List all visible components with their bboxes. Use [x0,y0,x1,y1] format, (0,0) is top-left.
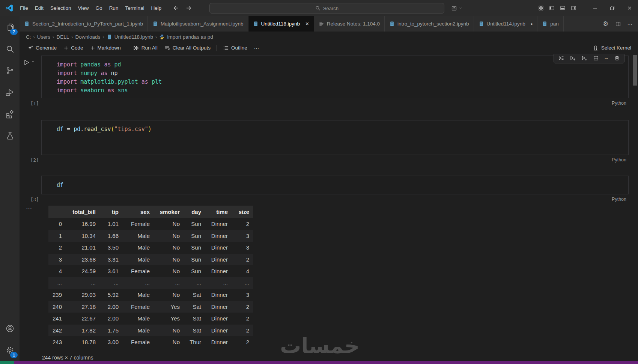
toolbar-code-button[interactable]: Code [60,45,86,51]
testing-activity-icon[interactable] [0,125,20,147]
minimize-button[interactable] [586,0,603,16]
cell-editor[interactable]: df = pd.read_csv("tips.csv") [41,120,629,155]
code-line: import numpy as np [57,69,628,78]
notebook-toolbar: GenerateCodeMarkdownRun AllClear All Out… [20,42,638,54]
breadcrumb-item-untitled118-ipynb[interactable]: Untitled118.ipynb [107,34,153,40]
breadcrumb-item-dell[interactable]: DELL [56,34,69,40]
customize-layout-icon[interactable] [538,5,544,11]
cell-editor[interactable]: import pandas as pdimport numpy as npimp… [41,56,629,98]
breadcrumb-item-import-pandas-as-pd[interactable]: import pandas as pd [159,34,213,40]
split-cell-icon[interactable] [593,55,599,61]
close-window-button[interactable] [621,0,638,16]
more-actions-icon[interactable]: ⋯ [627,21,633,27]
menu-go[interactable]: Go [92,5,106,11]
toggle-secondary-sidebar-icon[interactable] [571,5,576,11]
notebook-editor: import pandas as pdimport numpy as npimp… [20,54,638,361]
more-icon[interactable]: ⋯ [605,56,608,60]
table-cell: Dinner [205,242,232,254]
notebook-file-icon [478,21,484,27]
column-header-sex: sex [122,206,153,218]
menu-help[interactable]: Help [147,5,165,11]
toolbar-item-button[interactable]: ⋯ [251,45,263,51]
toolbar-run-all-button[interactable]: Run All [130,45,161,51]
split-editor-icon[interactable] [615,21,621,27]
breadcrumb-item-users[interactable]: Users [37,34,50,40]
tab-section-2-introduction-to-pytorch-part-1-ipynb[interactable]: Section_2_Introduction_to_PyTorch_part_1… [20,16,148,32]
remote-indicator[interactable] [0,361,14,364]
table-cell: 21.01 [66,242,99,254]
toolbar-markdown-button[interactable]: Markdown [87,45,124,51]
execute-above-icon[interactable] [570,55,576,61]
tab-untitled114-ipynb[interactable]: Untitled114.ipynb● [474,16,538,32]
toggle-panel-icon[interactable] [560,5,566,11]
delete-icon[interactable] [614,55,620,61]
tab-untitled118-ipynb[interactable]: Untitled118.ipynb✕ [248,16,314,32]
tab-release-notes-1-104-0[interactable]: Release Notes: 1.104.0 [314,16,385,32]
search-activity-icon[interactable] [0,38,20,60]
maximize-restore-button[interactable] [603,0,621,16]
explorer-activity-icon[interactable]: 7 [0,16,20,38]
tab-pan[interactable]: pan [537,16,564,32]
run-cell-icon[interactable] [23,59,30,66]
toolbar-generate-button[interactable]: Generate [24,45,60,51]
tab-label: Section_2_Introduction_to_PyTorch_part_1… [32,21,143,27]
tab-intro-to-pytorch-section2-ipynb[interactable]: intro_to_pytorch_section2.ipynb [385,16,474,32]
table-cell: Dinner [205,313,232,325]
menu-terminal[interactable]: Terminal [122,5,147,11]
table-cell: Yes [153,301,184,313]
toolbar-label: Clear All Outputs [173,45,211,51]
output-collapse-button[interactable]: ⋯ [20,206,44,348]
table-cell: Female [122,336,153,348]
tab-matplotlipseaborn-assignment-ipynb[interactable]: Matplotlipseaborn_Assignment.ipynb [148,16,248,32]
table-cell: Sat [184,289,205,301]
execute-row-icon[interactable] [558,55,564,61]
cell-toolbar: ⋯ [554,54,624,63]
menu-view[interactable]: View [75,5,92,11]
table-cell: Dinner [205,265,232,277]
cell-editor[interactable]: df [41,176,629,194]
run-and-debug-activity-icon[interactable] [0,81,20,103]
plus-icon [90,45,95,51]
source-control-activity-icon[interactable] [0,60,20,81]
table-cell: 2 [232,301,253,313]
menu-run[interactable]: Run [106,5,122,11]
cell-main: df = pd.read_csv("tips.csv")[2]Python [41,120,629,165]
menu-selection[interactable]: Selection [47,5,75,11]
run-dropdown-icon[interactable] [31,59,35,64]
toolbar-label: Code [71,45,83,51]
account-activity-icon[interactable] [0,317,20,339]
release-notes-icon [319,21,324,27]
command-center-search[interactable]: Search [209,3,444,14]
menu-edit[interactable]: Edit [32,5,47,11]
toggle-sidebar-icon[interactable] [549,5,555,11]
table-cell: No [153,265,184,277]
column-header-day: day [184,206,205,218]
execution-count: [3] [30,197,39,202]
table-cell: 3.50 [99,242,122,254]
layout-control[interactable] [451,0,463,16]
select-kernel-button[interactable]: Select Kernel [593,42,631,54]
toolbar-outline-button[interactable]: Outline [220,45,251,51]
menu-file[interactable]: File [17,5,32,11]
extensions-activity-icon[interactable] [0,103,20,125]
execute-below-icon[interactable] [581,55,587,61]
settings-gear-icon[interactable]: ⚙ [603,21,608,27]
scrollbar-thumb[interactable] [633,55,637,86]
back-icon[interactable] [173,5,179,11]
table-cell: Sun [184,218,205,230]
manage-activity-icon[interactable]: 1 [0,339,20,361]
close-tab-icon[interactable]: ✕ [305,21,309,27]
cell-language: Python [612,157,626,162]
breadcrumb-item-c[interactable]: C: [26,34,31,40]
table-header-row: total_billtipsexsmokerdaytimesize [48,206,253,218]
run-all-icon [133,45,139,51]
tab-label: Release Notes: 1.104.0 [327,21,380,27]
tab-bar: Section_2_Introduction_to_PyTorch_part_1… [20,16,638,32]
table-row: 24122.672.00MaleYesSatDinner2 [48,313,253,325]
toolbar-clear-all-outputs-button[interactable]: Clear All Outputs [161,45,214,51]
code-line: df [57,181,628,190]
breadcrumb-item-downloads[interactable]: Downloads [75,34,101,40]
status-bar [0,361,638,364]
notebook-cell-3: df[3]Python [20,176,638,204]
forward-icon[interactable] [185,5,192,11]
